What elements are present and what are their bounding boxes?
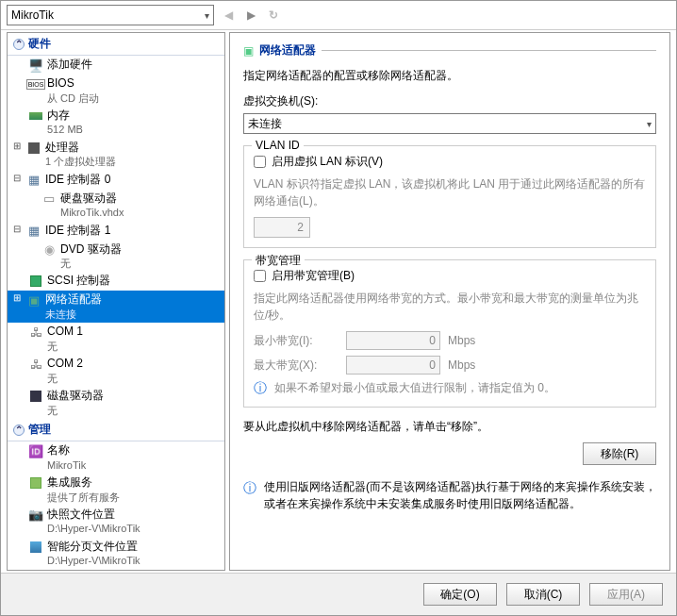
sublabel: 未连接 [45, 308, 102, 321]
dvd-icon: ◉ [41, 242, 57, 258]
sidebar-item-integration-services[interactable]: 集成服务 提供了所有服务 [8, 474, 224, 506]
label: 内存 [47, 108, 83, 124]
sidebar-item-cpu[interactable]: ⊞ 处理器 1 个虚拟处理器 [8, 139, 224, 171]
sidebar-item-name[interactable]: 🆔 名称 MikroTik [8, 441, 224, 474]
label: COM 2 [47, 357, 83, 372]
ok-button[interactable]: 确定(O) [423, 583, 497, 606]
unit-label: Mbps [448, 334, 475, 347]
sublabel: D:\Hyper-V\MikroTik [47, 522, 140, 535]
sublabel: 无 [47, 340, 83, 353]
refresh-icon[interactable]: ↻ [265, 7, 282, 24]
memory-icon [28, 108, 43, 124]
bandwidth-group: 带宽管理 启用带宽管理(B) 指定此网络适配器使用网络带宽的方式。最小带宽和最大… [243, 259, 656, 408]
chevron-down-icon: ▾ [205, 10, 209, 21]
label: BIOS [47, 76, 99, 92]
bandwidth-enable-label: 启用带宽管理(B) [272, 268, 355, 284]
label: 磁盘驱动器 [47, 389, 104, 404]
sidebar-item-com2[interactable]: 🖧 COM 2 无 [8, 355, 224, 387]
max-bandwidth-label: 最大带宽(X): [254, 358, 338, 374]
sublabel: D:\Hyper-V\MikroTik [47, 554, 140, 567]
collapse-icon: ⌃ [13, 425, 25, 436]
collapse-icon: ⌃ [13, 39, 25, 50]
section-management[interactable]: ⌃ 管理 [8, 419, 224, 441]
bandwidth-enable-checkbox[interactable]: 启用带宽管理(B) [254, 268, 646, 284]
virtual-switch-label: 虚拟交换机(S): [243, 93, 656, 109]
min-bandwidth-input [346, 331, 440, 350]
sublabel: MikroTik [47, 458, 86, 472]
sidebar-item-hdd[interactable]: ▭ 硬盘驱动器 MikroTik.vhdx [8, 190, 224, 222]
label: IDE 控制器 1 [45, 224, 110, 239]
vm-selector-value: MikroTik [11, 8, 54, 22]
remove-button[interactable]: 移除(R) [583, 442, 656, 465]
label: 快照文件位置 [47, 508, 140, 523]
label: DVD 驱动器 [60, 242, 122, 258]
network-adapter-icon: ▣ [243, 44, 254, 58]
cancel-button[interactable]: 取消(C) [506, 583, 580, 606]
controller-icon: ▦ [26, 173, 41, 188]
collapse-icon[interactable]: ⊟ [11, 224, 23, 234]
label: 添加硬件 [47, 58, 92, 73]
virtual-switch-value: 未连接 [248, 116, 282, 132]
min-bandwidth-label: 最小带宽(I): [254, 333, 338, 349]
sidebar-item-network-adapter[interactable]: ⊞ ▣ 网络适配器 未连接 [8, 291, 224, 323]
sidebar-item-ide0[interactable]: ⊟ ▦ IDE 控制器 0 [8, 171, 224, 190]
bandwidth-info: 如果不希望对最小值或最大值进行限制，请指定值为 0。 [274, 380, 555, 396]
panel-title: 网络适配器 [259, 42, 316, 58]
label: SCSI 控制器 [47, 274, 110, 289]
bandwidth-legend: 带宽管理 [252, 253, 305, 269]
network-adapter-icon: ▣ [26, 292, 41, 308]
expand-icon[interactable]: ⊞ [11, 141, 23, 151]
nav-back-icon: ◀ [220, 7, 237, 24]
vlan-hint: VLAN 标识符指定虚拟 LAN，该虚拟机将此 LAN 用于通过此网络适配器的所… [254, 175, 646, 209]
label: 名称 [47, 443, 86, 458]
virtual-switch-select[interactable]: 未连接 ▾ [243, 113, 656, 134]
sidebar-item-snapshot-location[interactable]: 📷 快照文件位置 D:\Hyper-V\MikroTik [8, 506, 224, 538]
cpu-icon [26, 141, 41, 156]
section-hardware[interactable]: ⌃ 硬件 [8, 33, 224, 56]
sublabel: 无 [47, 404, 104, 417]
sublabel: 512 MB [47, 123, 83, 136]
sidebar-scroll[interactable]: ⌃ 硬件 🖥️ 添加硬件 BIOS BIOS 从 CD 启动 [8, 33, 224, 570]
sidebar-item-com1[interactable]: 🖧 COM 1 无 [8, 323, 224, 355]
info-icon: ⓘ [243, 478, 256, 498]
sidebar-item-bios[interactable]: BIOS BIOS 从 CD 启动 [8, 75, 224, 107]
chevron-down-icon: ▾ [647, 119, 652, 129]
bandwidth-enable-input[interactable] [254, 270, 266, 282]
serial-port-icon: 🖧 [28, 357, 43, 372]
sidebar-item-memory[interactable]: 内存 512 MB [8, 107, 224, 139]
name-icon: 🆔 [28, 443, 43, 458]
hard-disk-icon: ▭ [41, 191, 57, 207]
section-hardware-label: 硬件 [28, 36, 51, 52]
label: 集成服务 [47, 475, 120, 491]
bios-icon: BIOS [28, 76, 43, 92]
sidebar-item-dvd[interactable]: ◉ DVD 驱动器 无 [8, 241, 224, 273]
scsi-icon [28, 274, 43, 289]
tip-text: 使用旧版网络适配器(而不是该网络适配器)执行基于网络的来宾操作系统安装，或者在来… [264, 478, 656, 512]
label: IDE 控制器 0 [45, 173, 110, 188]
sidebar-item-ide1[interactable]: ⊟ ▦ IDE 控制器 1 [8, 222, 224, 241]
vlan-enable-input[interactable] [254, 156, 266, 168]
sidebar-item-scsi[interactable]: SCSI 控制器 [8, 272, 224, 291]
settings-window: MikroTik ▾ ◀ ▶ ↻ ⌃ 硬件 🖥️ 添加硬件 BIOS B [0, 0, 677, 616]
vlan-group: VLAN ID 启用虚拟 LAN 标识(V) VLAN 标识符指定虚拟 LAN，… [243, 145, 656, 248]
label: 智能分页文件位置 [47, 540, 140, 555]
collapse-icon[interactable]: ⊟ [11, 173, 23, 183]
paging-icon [28, 540, 43, 555]
info-icon: ⓘ [254, 380, 267, 397]
vm-selector[interactable]: MikroTik ▾ [7, 5, 214, 25]
sidebar-item-add-hardware[interactable]: 🖥️ 添加硬件 [8, 56, 224, 75]
sublabel: 无 [60, 257, 122, 270]
section-management-label: 管理 [28, 422, 51, 438]
vlan-enable-checkbox[interactable]: 启用虚拟 LAN 标识(V) [254, 154, 646, 170]
sublabel: 提供了所有服务 [47, 491, 120, 504]
snapshot-icon: 📷 [28, 508, 43, 523]
sidebar-item-smart-paging[interactable]: 智能分页文件位置 D:\Hyper-V\MikroTik [8, 538, 224, 570]
sidebar-item-floppy[interactable]: 磁盘驱动器 无 [8, 387, 224, 419]
vlan-enable-label: 启用虚拟 LAN 标识(V) [272, 154, 383, 170]
expand-icon[interactable]: ⊞ [11, 292, 23, 303]
dialog-footer: 确定(O) 取消(C) 应用(A) [1, 573, 676, 615]
label: COM 1 [47, 325, 83, 340]
serial-port-icon: 🖧 [28, 325, 43, 340]
label: 处理器 [45, 141, 116, 156]
apply-button[interactable]: 应用(A) [589, 583, 663, 606]
